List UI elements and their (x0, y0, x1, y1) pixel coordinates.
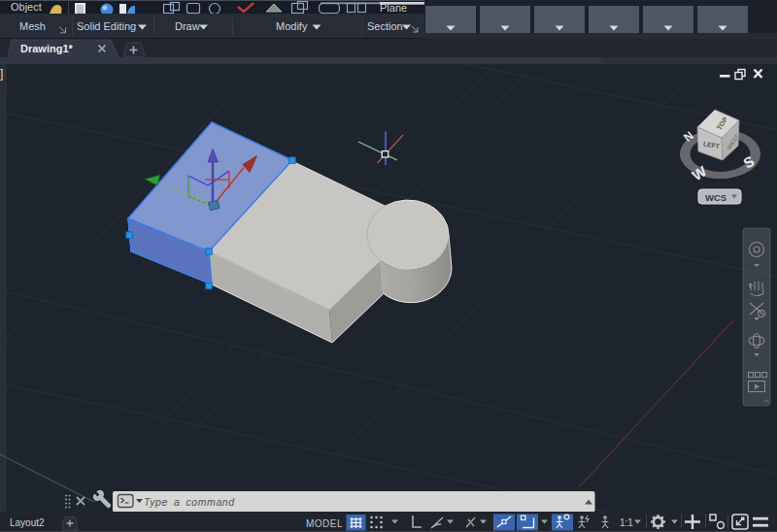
svg-text:WCS: WCS (705, 192, 726, 203)
svg-text:]: ] (0, 67, 3, 81)
svg-text:Type a command: Type a command (144, 496, 235, 508)
svg-text:Drawing1*: Drawing1* (20, 43, 74, 54)
svg-text:Layout2: Layout2 (10, 517, 45, 528)
svg-text:MODEL: MODEL (306, 518, 343, 529)
svg-text:1:1: 1:1 (620, 517, 633, 528)
